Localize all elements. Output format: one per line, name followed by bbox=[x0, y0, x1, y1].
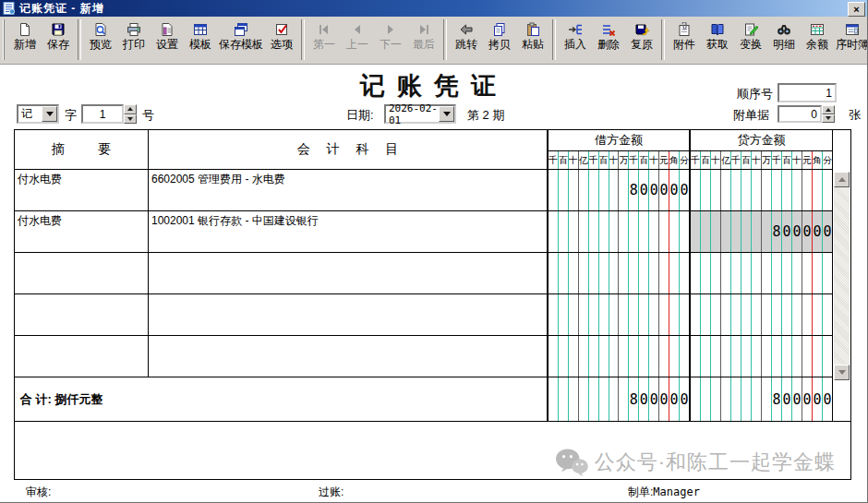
date-value: 2026-02-01 bbox=[386, 102, 439, 126]
toolbar: 新增保存预览打印设置模板保存模板选项第一上一下一最后跳转拷贝粘贴插入删除复原附件… bbox=[0, 17, 868, 65]
toolbar-button-insert[interactable]: 插入 bbox=[559, 18, 592, 53]
toolbar-button-new[interactable]: 新增 bbox=[8, 18, 42, 53]
toolbar-button-fetch[interactable]: 获取 bbox=[701, 18, 734, 53]
debit-amount-cell[interactable] bbox=[549, 294, 691, 335]
amount-digit-cell bbox=[659, 211, 669, 252]
attached-docs-stepper[interactable] bbox=[822, 105, 835, 123]
amount-digit-cell: 0 bbox=[802, 377, 813, 421]
debit-amount-cell[interactable] bbox=[549, 336, 691, 377]
credit-digit-labels: 千百十亿千百十万千百十元角分 bbox=[691, 151, 832, 169]
summary-cell[interactable] bbox=[15, 253, 149, 293]
voucher-body: 记账凭证 顺序号 附单据 张 记 字 号 日期: 2026-02-01 第 2 bbox=[0, 65, 868, 503]
digit-column-label: 元 bbox=[659, 151, 669, 169]
debit-amount-cell[interactable]: 800000 bbox=[549, 170, 691, 210]
toolbar-button-balance[interactable]: 余额 bbox=[801, 18, 834, 53]
credit-amount-cell[interactable] bbox=[691, 253, 833, 293]
summary-cell[interactable]: 付水电费 bbox=[15, 211, 149, 252]
toolbar-button-save[interactable]: 保存 bbox=[42, 18, 75, 53]
chevron-down-icon[interactable] bbox=[42, 106, 57, 122]
credit-amount-cell[interactable] bbox=[691, 170, 833, 210]
amount-digit-cell bbox=[589, 294, 599, 335]
toolbar-button-template[interactable]: 模板 bbox=[184, 18, 217, 53]
toolbar-button-journal[interactable]: 序时簿 bbox=[834, 18, 868, 53]
account-cell[interactable] bbox=[149, 253, 549, 293]
attached-docs-input[interactable] bbox=[778, 105, 822, 123]
account-cell[interactable]: 6602005 管理费用 - 水电费 bbox=[149, 170, 549, 210]
toolbar-button-print[interactable]: 打印 bbox=[117, 18, 151, 53]
toolbar-button-paste[interactable]: 粘贴 bbox=[516, 18, 549, 53]
credit-header-label: 贷方金额 bbox=[691, 130, 832, 151]
toolbar-button-attach[interactable]: 附件 bbox=[668, 18, 701, 53]
toolbar-button-copy[interactable]: 拷贝 bbox=[483, 18, 516, 53]
chevron-down-icon[interactable] bbox=[439, 106, 454, 122]
summary-cell[interactable] bbox=[15, 336, 149, 377]
voucher-row: 付水电费6602005 管理费用 - 水电费800000 bbox=[15, 169, 850, 210]
amount-digit-cell bbox=[772, 294, 782, 335]
toolbar-button-detail[interactable]: 明细 bbox=[767, 18, 801, 53]
window-title: 记账凭证 - 新增 bbox=[19, 1, 104, 17]
credit-amount-cell[interactable]: 800000 bbox=[691, 211, 833, 252]
toolbar-button-options[interactable]: 选项 bbox=[265, 18, 298, 53]
toolbar-button-preview[interactable]: 预览 bbox=[84, 18, 117, 53]
amount-digit-cell: 0 bbox=[782, 377, 792, 421]
amount-digit-cell bbox=[802, 336, 813, 377]
debit-amount-cell[interactable] bbox=[549, 211, 691, 252]
toolbar-button-del[interactable]: 删除 bbox=[592, 18, 625, 53]
date-picker[interactable]: 2026-02-01 bbox=[384, 104, 456, 124]
amount-digit-cell bbox=[762, 377, 772, 421]
amount-digit-cell bbox=[549, 377, 559, 421]
amount-digit-cell bbox=[721, 294, 731, 335]
post-label: 过账: bbox=[319, 485, 344, 500]
amount-digit-cell bbox=[639, 294, 649, 335]
amount-digit-cell bbox=[772, 253, 782, 293]
digit-column-label: 十 bbox=[609, 151, 620, 169]
summary-cell[interactable]: 付水电费 bbox=[15, 170, 149, 210]
title-bar[interactable]: 记账凭证 - 新增 × bbox=[0, 0, 868, 17]
amount-digit-cell bbox=[711, 336, 721, 377]
credit-amount-cell[interactable] bbox=[691, 336, 833, 377]
vertical-scrollbar[interactable] bbox=[834, 172, 850, 380]
account-cell[interactable] bbox=[149, 294, 549, 335]
voucher-word-select[interactable]: 记 bbox=[17, 104, 59, 124]
amount-digit-cell bbox=[609, 253, 620, 293]
amount-digit-cell bbox=[802, 294, 813, 335]
amount-digit-cell: 0 bbox=[813, 377, 823, 421]
amount-digit-cell bbox=[741, 253, 752, 293]
toolbar-button-restore[interactable]: 复原 bbox=[625, 18, 658, 53]
credit-amount-cell[interactable] bbox=[691, 294, 833, 335]
toolbar-button-goto[interactable]: 跳转 bbox=[450, 18, 483, 53]
amount-digit-cell bbox=[691, 294, 701, 335]
digit-column-label: 角 bbox=[813, 151, 823, 169]
toolbar-button-savetpl[interactable]: 保存模板 bbox=[217, 18, 265, 53]
amount-digit-cell bbox=[701, 336, 711, 377]
amount-digit-cell: 0 bbox=[659, 377, 669, 421]
sequence-number-input[interactable] bbox=[778, 83, 837, 102]
stepper-down-icon[interactable] bbox=[124, 114, 137, 125]
summary-cell[interactable] bbox=[15, 294, 149, 335]
amount-digit-cell bbox=[559, 294, 569, 335]
amount-digit-cell bbox=[813, 170, 823, 210]
period-text: 第 2 期 bbox=[467, 107, 504, 124]
digit-column-label: 百 bbox=[782, 151, 792, 169]
scroll-up-icon[interactable] bbox=[834, 172, 850, 187]
toolbar-button-transform[interactable]: 变换 bbox=[734, 18, 767, 53]
voucher-number-input[interactable] bbox=[81, 104, 124, 124]
account-cell[interactable]: 1002001 银行存款 - 中国建设银行 bbox=[149, 211, 549, 252]
prev-icon bbox=[349, 19, 366, 37]
amount-digit-cell bbox=[649, 336, 659, 377]
stepper-down-icon[interactable] bbox=[822, 114, 835, 124]
debit-amount-cell[interactable] bbox=[549, 253, 691, 293]
account-cell[interactable] bbox=[149, 336, 549, 377]
toolbar-button-setup[interactable]: 设置 bbox=[151, 18, 184, 53]
stepper-up-icon[interactable] bbox=[124, 104, 137, 114]
amount-digit-cell: 0 bbox=[669, 170, 680, 210]
close-button[interactable]: × bbox=[848, 2, 865, 17]
scroll-down-icon[interactable] bbox=[834, 365, 850, 380]
amount-digit-cell bbox=[711, 211, 721, 252]
toolbar-grip[interactable] bbox=[3, 19, 5, 60]
voucher-number-stepper[interactable] bbox=[124, 104, 137, 124]
restore-icon bbox=[633, 19, 650, 37]
stepper-up-icon[interactable] bbox=[822, 105, 835, 114]
digit-column-label: 百 bbox=[639, 151, 649, 169]
voucher-window-icon bbox=[2, 1, 17, 16]
